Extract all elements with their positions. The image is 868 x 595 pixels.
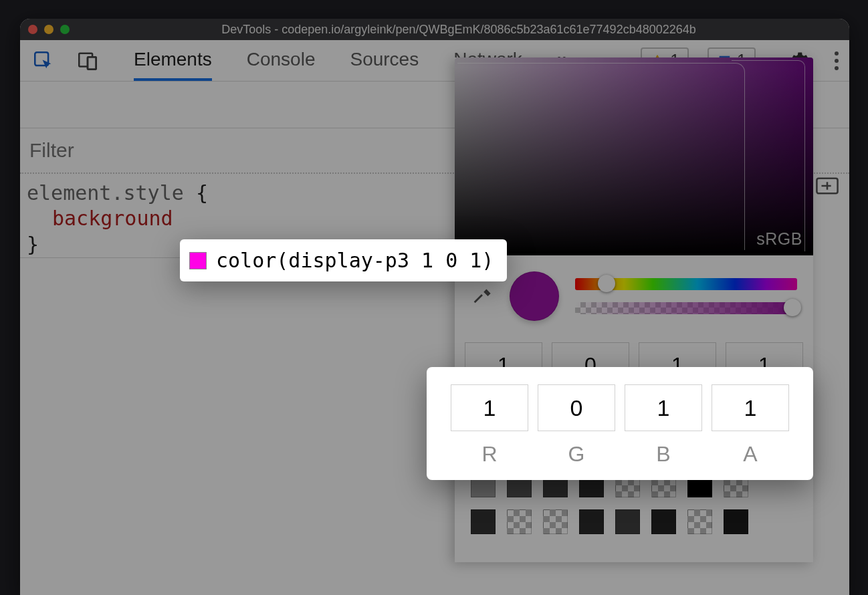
mag-b-input[interactable] xyxy=(625,384,702,431)
devtools-window: DevTools - codepen.io/argyleink/pen/QWBg… xyxy=(20,19,849,595)
mag-b-label: B xyxy=(656,442,670,467)
palette-swatch[interactable] xyxy=(615,509,640,534)
picker-preview-swatch xyxy=(510,271,559,321)
tab-elements[interactable]: Elements xyxy=(134,40,212,81)
palette-swatch[interactable] xyxy=(507,509,532,534)
tooltip-value[interactable]: color(display-p3 1 0 1) xyxy=(216,249,494,272)
device-toggle-icon[interactable] xyxy=(75,48,100,74)
color-field[interactable]: sRGB xyxy=(455,57,813,255)
traffic-lights xyxy=(28,25,70,34)
svg-rect-2 xyxy=(88,57,96,69)
tab-sources[interactable]: Sources xyxy=(350,40,419,81)
mag-g-label: G xyxy=(568,442,585,467)
alpha-slider[interactable] xyxy=(575,302,797,314)
css-selector: element.style xyxy=(27,181,184,205)
filter-input[interactable] xyxy=(29,139,457,162)
toggle-state-icon[interactable] xyxy=(816,172,849,199)
minimize-window-button[interactable] xyxy=(44,25,53,34)
eyedropper-icon[interactable] xyxy=(471,283,494,309)
mag-r-label: R xyxy=(481,442,497,467)
tab-console[interactable]: Console xyxy=(247,40,316,81)
gamut-boundary xyxy=(457,63,745,250)
palette-swatch[interactable] xyxy=(579,509,604,534)
rgba-highlight-card: R G B A xyxy=(427,367,813,480)
palette-swatch[interactable] xyxy=(543,509,568,534)
palette-swatch[interactable] xyxy=(724,509,748,534)
window-title: DevTools - codepen.io/argyleink/pen/QWBg… xyxy=(76,23,841,37)
alpha-thumb[interactable] xyxy=(784,299,801,316)
titlebar: DevTools - codepen.io/argyleink/pen/QWBg… xyxy=(20,19,849,40)
mag-r-input[interactable] xyxy=(451,384,528,431)
mag-a-label: A xyxy=(743,442,757,467)
color-picker: sRGB R G B A xyxy=(455,57,813,562)
hue-thumb[interactable] xyxy=(598,275,615,292)
palette-swatch[interactable] xyxy=(651,509,676,534)
gamut-boundary-outer xyxy=(732,60,805,251)
close-window-button[interactable] xyxy=(28,25,37,34)
tooltip-swatch[interactable] xyxy=(189,252,207,269)
kebab-menu-icon[interactable] xyxy=(831,51,843,70)
palette-swatch[interactable] xyxy=(471,509,496,534)
palette-swatch[interactable] xyxy=(687,509,712,534)
maximize-window-button[interactable] xyxy=(60,25,70,34)
brace-close: } xyxy=(27,233,39,256)
mag-a-input[interactable] xyxy=(712,384,789,431)
styles-pane: element.style { background } sRGB xyxy=(20,82,849,595)
mag-g-input[interactable] xyxy=(538,384,615,431)
gamut-label: sRGB xyxy=(756,229,802,249)
color-value-tooltip: color(display-p3 1 0 1) xyxy=(180,239,507,281)
brace-open: { xyxy=(196,181,208,205)
inspect-icon[interactable] xyxy=(31,48,56,74)
css-property-name[interactable]: background xyxy=(52,207,173,230)
hue-slider[interactable] xyxy=(575,278,797,290)
